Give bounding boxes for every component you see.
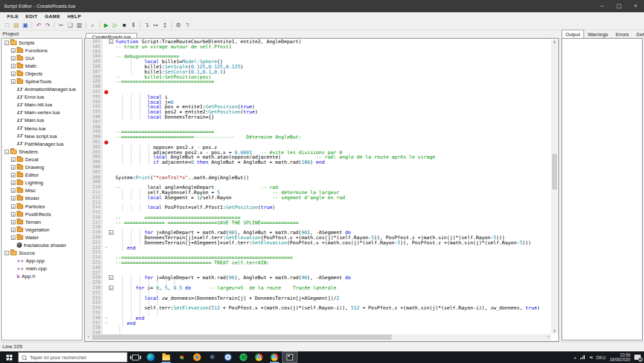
save-icon[interactable]: ▣ xyxy=(21,21,30,30)
gutter-markers[interactable] xyxy=(102,300,115,306)
gutter-markers[interactable] xyxy=(102,95,115,100)
step-over-icon[interactable]: ↦ xyxy=(151,21,160,30)
gutter-markers[interactable] xyxy=(102,190,115,195)
output-content[interactable] xyxy=(562,38,643,340)
clock[interactable]: 23:59 18/08/2020 xyxy=(609,353,630,362)
gutter-markers[interactable] xyxy=(102,44,115,50)
gutter-markers[interactable] xyxy=(102,225,115,230)
collapse-icon[interactable]: − xyxy=(5,251,9,255)
run-debug-icon[interactable]: ▷ xyxy=(111,21,120,30)
scroll-right-arrow-icon[interactable]: › xyxy=(545,334,551,340)
collapse-icon[interactable]: − xyxy=(5,41,9,45)
gutter-markers[interactable]: ~ xyxy=(102,321,115,326)
expand-icon[interactable]: + xyxy=(11,56,15,61)
expand-icon[interactable]: + xyxy=(11,220,15,224)
gutter-markers[interactable] xyxy=(102,271,115,276)
spotify-button[interactable] xyxy=(236,351,251,363)
gutter-markers[interactable] xyxy=(102,185,115,190)
tree-item[interactable]: +Model xyxy=(2,195,82,202)
tree-item[interactable]: LTError.lua xyxy=(2,93,82,101)
paste-icon[interactable]: ▥ xyxy=(75,21,84,30)
gutter-markers[interactable] xyxy=(102,145,115,150)
gutter-markers[interactable] xyxy=(102,291,115,296)
options-icon[interactable]: ⚙ xyxy=(174,21,183,30)
gutter-markers[interactable] xyxy=(102,170,115,175)
gutter-markers[interactable]: ~ xyxy=(102,246,115,251)
expand-icon[interactable]: + xyxy=(11,212,15,217)
horizontal-scroll-thumb[interactable] xyxy=(92,335,392,340)
expand-icon[interactable]: + xyxy=(11,228,15,232)
copy-icon[interactable]: ❏ xyxy=(66,21,75,30)
close-button[interactable]: × xyxy=(627,0,644,12)
output-tab-debug[interactable]: Debug xyxy=(632,30,644,38)
gutter-markers[interactable] xyxy=(102,255,115,260)
gutter-markers[interactable] xyxy=(102,205,115,210)
gutter-markers[interactable] xyxy=(102,70,115,75)
gutter-markers[interactable] xyxy=(102,221,115,226)
expand-icon[interactable]: + xyxy=(11,72,15,76)
tree-item[interactable]: fractalcube.shader xyxy=(2,241,82,249)
stop-icon[interactable]: ■ xyxy=(120,21,129,30)
run-icon[interactable]: ▶ xyxy=(102,21,111,30)
expand-icon[interactable]: + xyxy=(11,64,15,68)
gutter-markers[interactable] xyxy=(102,130,115,135)
tree-item[interactable]: +Editor xyxy=(2,172,82,179)
menu-item-file[interactable]: FILE xyxy=(7,12,19,21)
gutter-markers[interactable] xyxy=(102,140,115,145)
gutter-markers[interactable] xyxy=(102,215,115,221)
gutter-markers[interactable] xyxy=(102,110,115,115)
maximize-button[interactable]: ▢ xyxy=(611,0,627,12)
expand-icon[interactable]: + xyxy=(11,48,15,53)
tree-item[interactable]: +Terrain xyxy=(2,218,82,226)
tree-item[interactable]: +PostEffects xyxy=(2,210,82,218)
tree-item[interactable]: +Decal xyxy=(2,155,82,163)
scroll-left-arrow-icon[interactable]: ‹ xyxy=(86,334,91,340)
editor-vertical-scrollbar[interactable]: ∧ ∨ xyxy=(551,39,558,334)
tree-item[interactable]: −Shaders xyxy=(2,148,82,155)
tree-item[interactable]: +Particles xyxy=(2,202,82,210)
gutter-markers[interactable]: ~ xyxy=(102,316,115,321)
breakpoint-icon[interactable] xyxy=(104,141,108,144)
gutter-markers[interactable]: − xyxy=(102,39,115,44)
gutter-markers[interactable] xyxy=(102,266,115,271)
gutter-markers[interactable] xyxy=(102,155,115,160)
expand-icon[interactable]: + xyxy=(11,173,15,177)
output-tab-errors[interactable]: Errors xyxy=(612,30,632,38)
gutter-markers[interactable] xyxy=(102,160,115,165)
gutter-markers[interactable] xyxy=(102,100,115,105)
expand-icon[interactable]: + xyxy=(11,181,15,185)
collapse-icon[interactable]: − xyxy=(5,150,9,154)
tree-item[interactable]: LTNew script.lua xyxy=(2,132,82,140)
gutter-markers[interactable] xyxy=(102,50,115,55)
step-into-icon[interactable]: ↴ xyxy=(142,21,151,30)
gutter-markers[interactable] xyxy=(102,250,115,255)
fold-collapse-icon[interactable]: − xyxy=(109,286,113,290)
gutter-markers[interactable] xyxy=(102,296,115,301)
undo-icon[interactable]: ↶ xyxy=(34,21,43,30)
help-icon[interactable]: ? xyxy=(183,21,192,30)
step-out-icon[interactable]: ↥ xyxy=(160,21,169,30)
tree-item[interactable]: +Water xyxy=(2,233,82,241)
gutter-markers[interactable] xyxy=(102,240,115,246)
taskbar-search-input[interactable]: Taper ici pour rechercher xyxy=(18,352,128,362)
gutter-markers[interactable] xyxy=(102,260,115,266)
gutter-markers[interactable] xyxy=(102,280,115,286)
minimize-button[interactable]: – xyxy=(594,0,611,12)
edge-button[interactable] xyxy=(143,351,158,363)
chrome-2-button[interactable] xyxy=(267,351,282,363)
tree-item[interactable]: +SplineTools xyxy=(2,77,82,85)
gutter-markers[interactable] xyxy=(102,180,115,185)
tree-item[interactable]: hApp.h xyxy=(2,273,82,280)
gutter-markers[interactable] xyxy=(102,90,115,95)
steam-button[interactable] xyxy=(205,351,220,363)
editor-horizontal-scrollbar[interactable]: ‹ › xyxy=(86,334,551,340)
gutter-markers[interactable] xyxy=(102,75,115,80)
gutter-markers[interactable] xyxy=(102,84,115,90)
expand-icon[interactable]: + xyxy=(11,235,15,240)
start-button[interactable] xyxy=(0,351,18,363)
tree-item[interactable]: LTMain-vertex.lua xyxy=(2,109,82,117)
gutter-markers[interactable] xyxy=(102,210,115,215)
code-area[interactable]: 181−function Script:TraceRouteCourbeD(en… xyxy=(86,39,551,334)
gutter-markers[interactable] xyxy=(102,165,115,170)
expand-icon[interactable]: + xyxy=(11,204,15,209)
